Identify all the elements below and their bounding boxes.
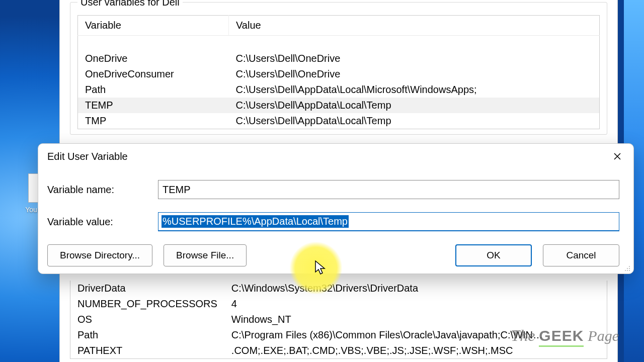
variable-name-input[interactable]	[158, 180, 619, 199]
cancel-button[interactable]: Cancel	[543, 244, 619, 266]
variable-name-label: Variable name:	[47, 184, 153, 196]
edit-user-variable-dialog: Edit User Variable Variable name: Variab…	[38, 143, 634, 274]
svg-point-1	[627, 268, 628, 269]
user-variables-table[interactable]: Variable Value OneDriveC:\Users\Dell\One…	[77, 15, 600, 129]
column-header-value[interactable]: Value	[229, 16, 600, 36]
selected-value-text: %USERPROFILE%\AppData\Local\Temp	[162, 215, 349, 228]
browse-directory-button[interactable]: Browse Directory...	[47, 244, 152, 266]
table-row[interactable]: NUMBER_OF_PROCESSORS4	[70, 296, 607, 312]
user-variables-group: User variables for Dell Variable Value O…	[70, 0, 607, 135]
svg-point-3	[625, 270, 626, 271]
close-button[interactable]	[608, 149, 626, 164]
svg-point-5	[629, 270, 630, 271]
resize-grip-icon[interactable]	[623, 264, 630, 272]
table-row[interactable]: PathC:\Users\Dell\AppData\Local\Microsof…	[78, 82, 600, 98]
svg-point-4	[627, 270, 628, 271]
svg-point-0	[629, 266, 630, 267]
svg-point-2	[629, 268, 630, 269]
variable-value-label: Variable value:	[47, 216, 153, 228]
browse-file-button[interactable]: Browse File...	[164, 244, 247, 266]
table-row[interactable]: DriverDataC:\Windows\System32\Drivers\Dr…	[70, 281, 607, 296]
ok-button[interactable]: OK	[455, 244, 532, 266]
close-icon	[613, 152, 621, 160]
variable-value-input[interactable]: %USERPROFILE%\AppData\Local\Temp	[158, 212, 619, 231]
watermark-the: The	[511, 326, 535, 345]
table-row[interactable]: TMPC:\Users\Dell\AppData\Local\Temp	[78, 113, 600, 129]
dialog-title: Edit User Variable	[47, 151, 128, 162]
table-row[interactable]: OneDriveC:\Users\Dell\OneDrive	[78, 51, 600, 66]
table-row[interactable]: OSWindows_NT	[70, 312, 607, 327]
user-variables-legend: User variables for Dell	[77, 0, 183, 8]
watermark-page: Page	[588, 327, 619, 344]
table-row[interactable]: TEMPC:\Users\Dell\AppData\Local\Temp	[78, 98, 600, 113]
column-header-variable[interactable]: Variable	[78, 16, 229, 36]
system-variables-table[interactable]: DriverDataC:\Windows\System32\Drivers\Dr…	[70, 281, 607, 359]
watermark-geek: GEEK	[539, 327, 584, 347]
table-row[interactable]: OneDriveConsumerC:\Users\Dell\OneDrive	[78, 66, 600, 82]
watermark: The GEEK Page	[511, 326, 619, 347]
